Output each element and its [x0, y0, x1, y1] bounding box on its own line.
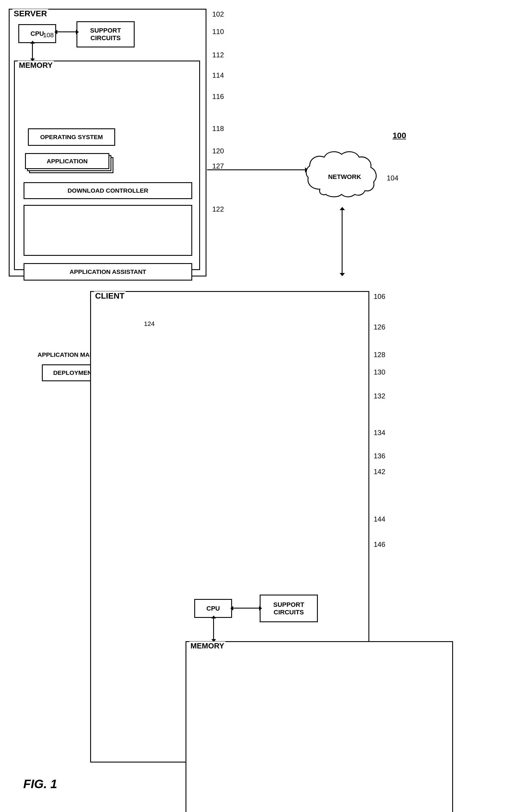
ref-136: 136 [374, 452, 385, 460]
ref-108: 108 [43, 31, 54, 39]
ref-112: 112 [212, 51, 224, 59]
server-cpu-down-arrow [32, 43, 33, 59]
server-app-mgr-box: APPLICATION MANAGER DEPLOYMENT ENGINE [23, 205, 192, 256]
server-support-box: SUPPORTCIRCUITS [77, 21, 135, 47]
ref-122: 122 [212, 205, 224, 213]
ref-110: 110 [212, 28, 224, 36]
server-dl-ctrl-box: DOWNLOAD CONTROLLER [23, 182, 192, 199]
ref-144: 144 [374, 515, 385, 523]
ref-132: 132 [374, 392, 385, 400]
server-os-label: OPERATING SYSTEM [40, 133, 103, 141]
client-memory-label: MEMORY [189, 641, 225, 651]
server-cpu-support-arrow [57, 31, 77, 32]
svg-text:NETWORK: NETWORK [328, 173, 361, 180]
server-app-asst-box: APPLICATION ASSISTANT [23, 263, 192, 281]
client-cpu-box: CPU [194, 599, 232, 618]
client-box: CLIENT CPU SUPPORTCIRCUITS MEMORY OPERAT… [90, 291, 369, 763]
server-label: SERVER [13, 9, 48, 18]
client-support-box: SUPPORTCIRCUITS [260, 594, 318, 622]
server-cpu-label: CPU [31, 30, 44, 37]
server-memory-label: MEMORY [18, 61, 54, 70]
server-app-label: APPLICATION [47, 158, 88, 165]
ref-128: 128 [374, 351, 385, 359]
ref-146: 146 [374, 540, 385, 548]
ref-116: 116 [212, 93, 224, 101]
client-support-label: SUPPORTCIRCUITS [273, 601, 304, 616]
server-network-arrow [207, 170, 306, 170]
client-cpu-down-arrow [213, 618, 214, 640]
ref-118: 118 [212, 125, 224, 133]
network-cloud-svg: NETWORK [302, 148, 387, 207]
server-dl-ctrl-label: DOWNLOAD CONTROLLER [67, 187, 148, 194]
ref-104: 104 [387, 174, 398, 182]
ref-114: 114 [212, 71, 224, 79]
server-app-front: APPLICATION [25, 153, 109, 169]
server-memory-box: MEMORY OPERATING SYSTEM APPLICATION DOWN… [14, 61, 200, 270]
server-app-asst-label: APPLICATION ASSISTANT [69, 268, 146, 275]
client-cpu-support-arrow [233, 608, 260, 608]
client-cpu-label: CPU [207, 605, 220, 612]
ref-124: 124 [144, 320, 155, 328]
server-app-stack: APPLICATION [25, 153, 115, 175]
ref-127: 127 [212, 162, 224, 170]
ref-106: 106 [374, 292, 385, 301]
figure-label: FIG. 1 [23, 777, 57, 791]
client-label: CLIENT [94, 291, 126, 301]
server-box: SERVER CPU SUPPORTCIRCUITS MEMORY OPERAT… [9, 9, 207, 276]
ref-100: 100 [393, 131, 406, 140]
server-os-box: OPERATING SYSTEM [28, 128, 115, 146]
ref-130: 130 [374, 368, 385, 376]
ref-134: 134 [374, 429, 385, 437]
ref-102: 102 [212, 10, 224, 18]
client-memory-box: MEMORY OPERATING SYSTEM CLIENT APPLICATI… [185, 641, 453, 812]
server-support-label: SUPPORTCIRCUITS [90, 27, 121, 42]
network-client-arrow [342, 209, 343, 274]
ref-120: 120 [212, 147, 224, 155]
diagram: 100 SERVER CPU SUPPORTCIRCUITS MEMORY OP… [0, 0, 524, 812]
ref-126: 126 [374, 323, 385, 331]
ref-142: 142 [374, 468, 385, 476]
